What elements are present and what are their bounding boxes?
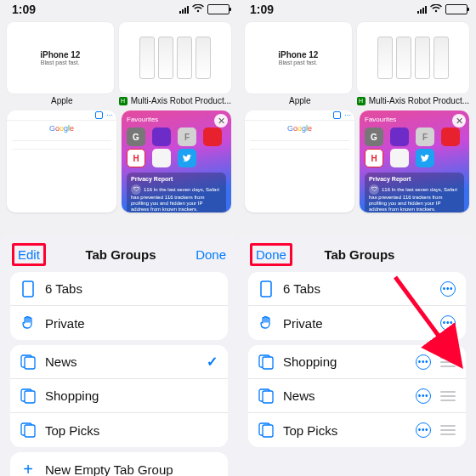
battery-icon [445,4,468,14]
thumb-robot-caption: HMulti-Axis Robot Product... [357,96,469,105]
tabgroup-icon [20,388,36,404]
cellular-icon [179,5,189,14]
more-icon[interactable]: ••• [440,281,456,297]
hand-icon [20,315,36,331]
more-icon[interactable]: ••• [416,422,431,438]
edit-button[interactable]: Edit [12,243,46,266]
tabs-icon [258,280,274,298]
clock: 1:09 [12,3,36,16]
svg-rect-4 [25,391,35,403]
row-new-label: New Empty Tab Group [45,462,218,477]
done-button[interactable]: Done [196,247,226,262]
thumb-google[interactable]: ⋯ Google [245,110,354,212]
row-shopping[interactable]: Shopping ••• [248,345,466,379]
tabgroup-icon [258,422,274,438]
row-private-label: Private [45,316,218,331]
cellular-icon [417,5,427,14]
hand-icon [258,315,274,331]
group-system: 6 Tabs ••• Private ••• [248,272,466,340]
thumb-apple-caption: Apple [7,96,114,105]
tabgroup-icon [258,354,274,370]
group-custom: News ✓ Shopping Top Picks [10,345,228,447]
sheet-title: Tab Groups [85,247,156,262]
thumb-favourites[interactable]: ✕ Favourites⧉ GF H Privacy Report🛡116 In… [360,110,469,212]
thumb-favourites[interactable]: ✕ Favourites⧉ GF H Privacy Report 🛡116 I… [122,110,231,212]
tab-groups-sheet: Done Tab Groups 6 Tabs ••• Private ••• [238,235,476,476]
row-toppicks[interactable]: Top Picks [10,413,228,447]
thumb-google[interactable]: ⋯ Google [7,110,116,212]
row-news[interactable]: News ••• [248,379,466,413]
thumb-robot-caption: HMulti-Axis Robot Product... [119,96,231,105]
row-private[interactable]: Private ••• [248,306,466,340]
wifi-icon [430,3,442,15]
row-private[interactable]: Private [10,306,228,340]
row-toppicks-label: Top Picks [45,423,218,438]
done-button[interactable]: Done [250,243,292,266]
svg-rect-9 [263,357,273,369]
google-logo: Google [7,124,116,133]
thumb-robot[interactable] [357,22,469,94]
favourites-title: Favourites [127,116,158,124]
sheet-header: Edit Tab Groups Done [7,241,231,267]
screenshot-right: 1:09 iPhone 12Blast past fast. Apple [238,0,476,476]
sheet-header: Done Tab Groups [245,241,469,267]
group-system: 6 Tabs Private [10,272,228,340]
sheet-title: Tab Groups [324,247,394,262]
clock: 1:09 [250,3,274,16]
svg-rect-7 [261,281,271,297]
row-tabs[interactable]: 6 Tabs [10,272,228,306]
row-shopping-label: Shopping [45,388,218,403]
tab-thumbnails-row2: ⋯ Google ✕ Favourites⧉ GF H Privacy Repo… [0,105,238,212]
row-tabs-label: 6 Tabs [45,281,218,296]
tab-thumbnails-row1: iPhone 12Blast past fast. Apple HMulti-A… [238,19,476,105]
tabgroup-icon [258,388,274,404]
thumb-robot[interactable] [119,22,231,94]
more-icon[interactable]: ••• [416,354,431,370]
row-new-empty[interactable]: + New Empty Tab Group [10,452,228,476]
row-shopping[interactable]: Shopping [10,379,228,413]
tab-thumbnails-row1: iPhone 12Blast past fast. Apple HMulti-A… [0,19,238,105]
thumb-apple-sub: Blast past fast. [41,60,80,65]
more-icon[interactable]: ••• [416,388,431,404]
more-icon[interactable]: ••• [440,315,456,331]
tabs-icon [20,280,36,298]
thumb-apple[interactable]: iPhone 12Blast past fast. [245,22,352,94]
close-icon[interactable]: ✕ [452,114,466,128]
svg-rect-11 [263,391,273,403]
drag-handle-icon[interactable] [440,425,456,435]
status-bar: 1:09 [0,0,238,19]
battery-icon [207,4,230,14]
svg-rect-13 [263,425,273,437]
thumb-apple[interactable]: iPhone 12Blast past fast. [7,22,114,94]
wifi-icon [192,3,204,15]
svg-rect-2 [25,357,35,369]
thumb-apple-caption: Apple [245,96,352,105]
tab-thumbnails-row2: ⋯ Google ✕ Favourites⧉ GF H Privacy Repo… [238,105,476,212]
group-custom-edit: Shopping ••• News ••• Top Picks ••• [248,345,466,447]
svg-rect-6 [25,425,35,437]
row-toppicks[interactable]: Top Picks ••• [248,413,466,447]
svg-rect-0 [23,281,33,297]
row-news[interactable]: News ✓ [10,345,228,379]
tab-groups-sheet: Edit Tab Groups Done 6 Tabs Private News [0,235,238,476]
row-news-label: News [45,354,197,369]
screenshot-left: 1:09 iPhone 12Blast past fast. Apple [0,0,238,476]
group-new: + New Empty Tab Group [10,452,228,476]
plus-icon: + [20,460,36,477]
check-icon: ✓ [207,354,218,370]
drag-handle-icon[interactable] [440,391,456,401]
tabgroup-icon [20,422,36,438]
thumb-apple-title: iPhone 12 [40,50,80,60]
status-bar: 1:09 [238,0,476,19]
drag-handle-icon[interactable] [440,357,456,367]
tabgroup-icon [20,354,36,370]
row-tabs[interactable]: 6 Tabs ••• [248,272,466,306]
close-icon[interactable]: ✕ [214,114,228,128]
privacy-report: Privacy Report 🛡116 In the last seven da… [127,173,226,212]
